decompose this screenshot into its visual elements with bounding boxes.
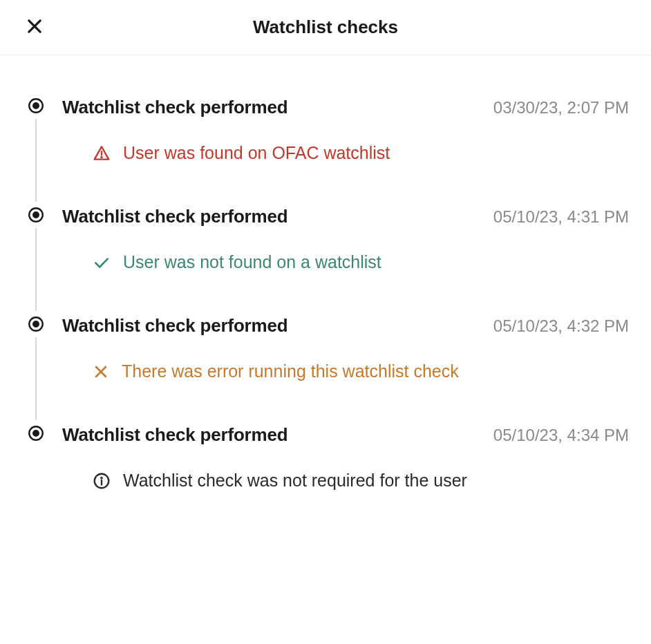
timeline-item-title: Watchlist check performed (62, 206, 287, 227)
timeline-item-header: Watchlist check performed 05/10/23, 4:32… (62, 315, 629, 337)
svg-point-3 (33, 103, 39, 108)
timeline-item-timestamp: 05/10/23, 4:32 PM (493, 316, 629, 336)
timeline-item-result: There was error running this watchlist c… (62, 361, 629, 381)
x-icon (93, 363, 109, 380)
timeline-connector (35, 337, 37, 420)
target-icon (27, 315, 45, 333)
timeline-item: Watchlist check performed 05/10/23, 4:31… (22, 206, 629, 315)
timeline-item: Watchlist check performed 05/10/23, 4:32… (22, 315, 629, 424)
timeline-marker (22, 424, 50, 507)
page-title: Watchlist checks (253, 17, 398, 38)
timeline-item-result: User was found on OFAC watchlist (62, 143, 629, 163)
timeline-item: Watchlist check performed 03/30/23, 2:07… (22, 97, 629, 206)
timeline-body: Watchlist check performed 03/30/23, 2:07… (50, 97, 629, 206)
timeline-item-title: Watchlist check performed (62, 315, 287, 337)
header: Watchlist checks (0, 0, 651, 55)
timeline-body: Watchlist check performed 05/10/23, 4:34… (50, 424, 629, 507)
close-icon (25, 17, 44, 38)
timeline-item-result-text: User was not found on a watchlist (123, 252, 381, 272)
timeline-item-result: Watchlist check was not required for the… (62, 471, 629, 491)
timeline-item-result-text: Watchlist check was not required for the… (123, 471, 467, 491)
timeline-item-result-text: User was found on OFAC watchlist (123, 143, 390, 163)
timeline-item-result-text: There was error running this watchlist c… (122, 361, 459, 381)
timeline-item-result: User was not found on a watchlist (62, 252, 629, 272)
svg-point-5 (101, 156, 102, 157)
timeline-connector (35, 119, 37, 202)
info-icon (93, 472, 111, 490)
svg-point-15 (101, 477, 102, 478)
svg-point-13 (33, 430, 39, 436)
timeline-item-timestamp: 03/30/23, 2:07 PM (493, 98, 629, 117)
close-button[interactable] (22, 14, 47, 41)
target-icon (27, 424, 45, 442)
timeline-item-timestamp: 05/10/23, 4:31 PM (493, 207, 629, 227)
timeline-item-header: Watchlist check performed 03/30/23, 2:07… (62, 97, 629, 118)
timeline-item-timestamp: 05/10/23, 4:34 PM (493, 426, 629, 445)
target-icon (27, 97, 45, 115)
timeline-item-title: Watchlist check performed (62, 97, 287, 118)
timeline-marker (22, 206, 50, 315)
timeline-marker (22, 315, 50, 424)
timeline-body: Watchlist check performed 05/10/23, 4:31… (50, 206, 629, 315)
timeline-marker (22, 97, 50, 206)
timeline-connector (35, 228, 37, 311)
timeline-body: Watchlist check performed 05/10/23, 4:32… (50, 315, 629, 424)
svg-point-9 (33, 321, 39, 327)
timeline-item-title: Watchlist check performed (62, 424, 287, 446)
alert-triangle-icon (93, 144, 111, 162)
timeline: Watchlist check performed 03/30/23, 2:07… (0, 55, 651, 529)
timeline-item-header: Watchlist check performed 05/10/23, 4:34… (62, 424, 629, 446)
svg-point-7 (33, 212, 39, 218)
check-icon (93, 254, 111, 272)
timeline-item-header: Watchlist check performed 05/10/23, 4:31… (62, 206, 629, 227)
timeline-item: Watchlist check performed 05/10/23, 4:34… (22, 424, 629, 507)
target-icon (27, 206, 45, 224)
